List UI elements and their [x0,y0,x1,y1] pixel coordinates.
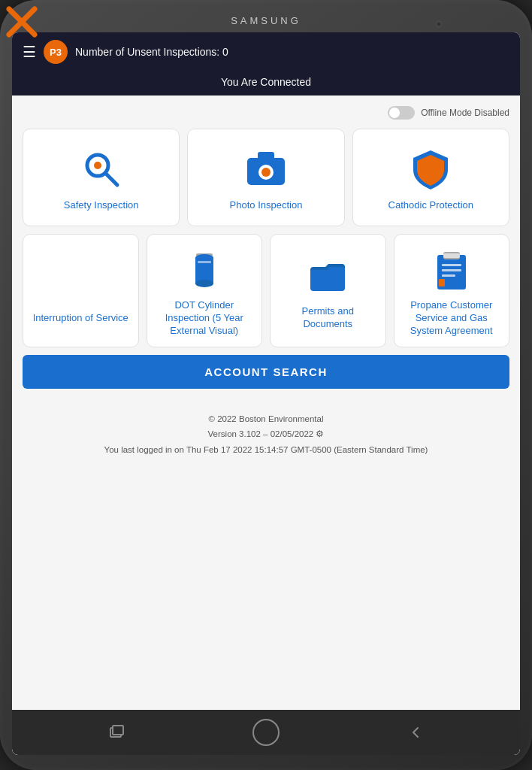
svg-rect-17 [442,264,461,266]
cathodic-protection-card[interactable]: Cathodic Protection [352,129,509,226]
bottom-nav-bar [12,710,520,755]
footer: © 2022 Boston Environmental Version 3.10… [23,396,509,465]
photo-inspection-label: Photo Inspection [230,199,303,212]
home-button[interactable] [252,719,280,746]
propane-agreement-label: Propane Customer Service and Gas System … [401,299,503,338]
permits-documents-card[interactable]: Permits and Documents [270,234,386,347]
permits-documents-icon [305,253,350,298]
photo-inspection-card[interactable]: Photo Inspection [187,129,344,226]
interruption-service-icon [58,259,103,305]
cathodic-protection-icon [408,147,453,192]
svg-rect-4 [258,152,274,159]
offline-mode-toggle[interactable] [388,106,415,120]
cards-row-2: Interruption of Service DOT Cylinder In [23,234,509,347]
svg-rect-18 [442,269,461,271]
dot-cylinder-card[interactable]: DOT Cylinder Inspection (5 Year External… [147,234,263,347]
account-search-button[interactable]: ACCOUNT SEARCH [23,355,509,389]
main-content: Offline Mode Disabled Safety Inspection [12,95,520,710]
svg-rect-16 [443,253,460,258]
propane-agreement-icon [429,247,474,292]
screen: ☰ P3 Number of Unsent Inspections: 0 You… [12,32,520,755]
svg-rect-20 [439,279,445,286]
interruption-service-label: Interruption of Service [33,312,128,325]
app-header: ☰ P3 Number of Unsent Inspections: 0 You… [12,32,520,95]
copyright-text: © 2022 Boston Environmental [30,411,502,427]
version-text: Version 3.102 – 02/05/2022 ⚙ [30,426,502,442]
recent-apps-button[interactable] [103,719,130,746]
cards-row-1: Safety Inspection Photo Inspection [23,129,509,226]
camera-dot [436,21,442,27]
svg-rect-22 [113,726,123,735]
hamburger-menu-icon[interactable]: ☰ [23,43,36,61]
permits-documents-label: Permits and Documents [277,305,379,331]
last-login-text: You last logged in on Thu Feb 17 2022 15… [30,442,502,458]
connection-status: You Are Connected [12,71,520,95]
interruption-service-card[interactable]: Interruption of Service [23,234,139,347]
back-button[interactable] [402,719,429,746]
brand-label: SAMSUNG [231,15,301,26]
safety-inspection-icon [79,147,124,192]
app-logo: P3 [44,40,68,64]
svg-point-2 [94,162,101,169]
svg-rect-13 [198,261,211,263]
cathodic-protection-label: Cathodic Protection [388,199,473,212]
svg-line-1 [105,173,117,185]
dot-cylinder-label: DOT Cylinder Inspection (5 Year External… [153,299,256,338]
svg-rect-19 [442,274,455,277]
propane-agreement-card[interactable]: Propane Customer Service and Gas System … [394,234,510,347]
offline-toggle-row: Offline Mode Disabled [23,106,509,120]
photo-inspection-icon [243,147,289,192]
dot-cylinder-icon [182,247,227,292]
svg-point-12 [195,280,213,287]
offline-mode-label: Offline Mode Disabled [421,108,509,118]
tablet-device: SAMSUNG ☰ P3 Number of Unsent Inspection… [0,0,532,770]
svg-point-6 [261,168,271,177]
unsent-inspections-label: Number of Unsent Inspections: 0 [75,46,228,58]
header-top-bar: ☰ P3 Number of Unsent Inspections: 0 [12,32,520,71]
safety-inspection-card[interactable]: Safety Inspection [23,129,180,226]
safety-inspection-label: Safety Inspection [64,199,139,212]
